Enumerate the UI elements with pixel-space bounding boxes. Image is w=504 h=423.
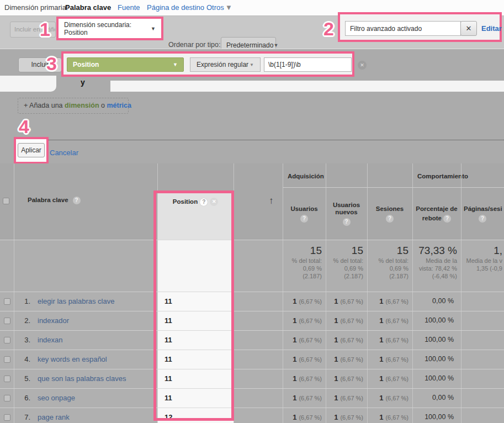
- row-index: 4.: [14, 350, 30, 369]
- row-checkbox[interactable]: [4, 337, 10, 343]
- new-users-summary: 15 % del total: 0,69 % (2.187): [326, 240, 367, 292]
- row-index: 7.: [14, 408, 30, 423]
- add-dimension-word: dimensión: [65, 102, 99, 109]
- users-percent: (6,67 %): [299, 298, 322, 305]
- row-checkbox[interactable]: [4, 376, 10, 382]
- sessions-total: 15: [367, 245, 408, 257]
- filter-pattern-input[interactable]: [264, 57, 352, 72]
- remove-filter-rule-icon[interactable]: ✕: [358, 61, 367, 70]
- users-value: 1: [293, 413, 296, 421]
- new-users-cell: 1(6,67 %): [326, 408, 367, 423]
- table-row: 4. key words en español 11 1(6,67 %) 1(6…: [0, 350, 504, 369]
- table-row: 5. que son las palabras claves 11 1(6,67…: [0, 369, 504, 388]
- help-icon[interactable]: ?: [73, 197, 81, 204]
- select-all-checkbox[interactable]: [3, 198, 9, 204]
- chevron-down-icon: ▼: [250, 62, 254, 67]
- bounce-rate-total-sub: Media de la: [412, 257, 457, 265]
- new-users-cell: 1(6,67 %): [326, 311, 367, 330]
- bounce-rate-cell: 100,00 %: [412, 369, 461, 388]
- cancel-link[interactable]: Cancelar: [50, 149, 78, 157]
- filter-status-field[interactable]: [345, 21, 461, 36]
- users-value: 1: [293, 316, 296, 325]
- add-dimension-metric-button[interactable]: + Añada una dimensión o métrica: [18, 98, 129, 114]
- edit-filter-link[interactable]: Editar: [481, 21, 502, 36]
- help-icon[interactable]: ?: [300, 215, 308, 223]
- bounce-rate-column-header[interactable]: Porcentaje derebote ?: [412, 188, 461, 240]
- new-users-cell: 1(6,67 %): [326, 388, 367, 408]
- users-summary: 15 % del total: 0,69 % (2.187): [283, 240, 326, 292]
- keyword-cell: 5. que son las palabras claves: [14, 369, 157, 388]
- help-icon[interactable]: ?: [443, 215, 451, 223]
- dimension-link-fuente[interactable]: Fuente: [118, 0, 140, 15]
- table-header: Palabra clave? Position?✕ ↑ Adquisición …: [0, 163, 504, 240]
- row-checkbox[interactable]: [4, 395, 10, 401]
- bounce-rate-cell: 100,00 %: [412, 311, 461, 330]
- annotation-box-2-advanced-filter: ✕ Editar: [338, 12, 502, 42]
- grid-line: [0, 388, 504, 389]
- add-button-prefix: + Añada una: [24, 102, 65, 109]
- keyword-link[interactable]: page rank: [38, 408, 70, 423]
- grid-line: [0, 330, 504, 331]
- new-users-value: 1: [334, 336, 338, 344]
- dimension-link-pagina-destino[interactable]: Página de destino: [147, 0, 204, 15]
- new-users-percent: (6,67 %): [340, 414, 363, 421]
- row-checkbox-cell: [0, 292, 14, 311]
- apply-button[interactable]: Aplicar: [18, 143, 45, 157]
- position-value-cell: 11: [157, 369, 234, 388]
- grid-line: [326, 163, 326, 423]
- grid-line: [0, 369, 504, 369]
- row-checkbox[interactable]: [4, 414, 10, 421]
- position-column-header[interactable]: Position?✕: [157, 191, 234, 240]
- sessions-total-sub: (2.187): [367, 272, 408, 280]
- row-checkbox[interactable]: [4, 318, 10, 324]
- keyword-cell: 1. elegir las palabras clave: [14, 292, 157, 311]
- filter-dimension-dropdown[interactable]: Position ▼: [67, 57, 184, 72]
- remove-column-icon[interactable]: ✕: [210, 198, 218, 206]
- keyword-link[interactable]: elegir las palabras clave: [38, 292, 114, 311]
- row-checkbox-cell: [0, 408, 14, 423]
- users-total-sub: % del total:: [283, 257, 322, 265]
- secondary-dimension-dropdown[interactable]: Dimensión secundaria: Position: [64, 21, 151, 36]
- dimension-link-otros[interactable]: Otros: [206, 0, 224, 15]
- position-value-cell: 11: [157, 388, 234, 408]
- keyword-link[interactable]: indexan: [38, 330, 63, 350]
- users-cell: 1(6,67 %): [283, 311, 326, 330]
- primary-dimension-selected[interactable]: Palabra clave: [65, 0, 111, 15]
- sessions-value: 1: [379, 394, 383, 402]
- row-checkbox[interactable]: [4, 298, 10, 305]
- new-users-value: 1: [334, 297, 338, 305]
- help-icon[interactable]: ?: [386, 215, 394, 223]
- help-icon[interactable]: ?: [200, 198, 208, 206]
- users-percent: (6,67 %): [299, 356, 322, 363]
- help-icon[interactable]: ?: [479, 215, 486, 223]
- annotation-badge-3: 3: [46, 53, 57, 75]
- clear-filter-button[interactable]: ✕: [460, 21, 477, 36]
- new-users-column-header[interactable]: Usuarios nuevos?: [326, 188, 367, 240]
- spacer-cell: [234, 369, 283, 388]
- pages-total-sub: 1,35 (-0,9: [461, 265, 502, 272]
- help-icon[interactable]: ?: [343, 218, 351, 226]
- row-checkbox[interactable]: [4, 356, 10, 363]
- chevron-down-icon: ▼: [225, 0, 232, 15]
- pages-per-session-cell: [461, 369, 504, 388]
- keyword-link[interactable]: key words en español: [38, 350, 107, 369]
- keyword-link[interactable]: indexador: [38, 311, 69, 330]
- keyword-link[interactable]: seo onpage: [38, 388, 75, 408]
- spacer-cell: [234, 292, 283, 311]
- pages-column-label: Páginas/sesi: [461, 205, 502, 213]
- bounce-rate-label-line1: Porcentaje de: [416, 205, 457, 213]
- pages-per-session-cell: [461, 292, 504, 311]
- sessions-column-header[interactable]: Sesiones?: [367, 188, 412, 240]
- keyword-link[interactable]: que son las palabras claves: [38, 369, 126, 388]
- new-users-column-label: Usuarios nuevos: [326, 202, 367, 216]
- sort-ascending-icon[interactable]: ↑: [269, 195, 274, 207]
- new-users-total-sub: (2.187): [326, 272, 363, 280]
- users-column-header[interactable]: Usuarios?: [283, 188, 326, 240]
- keyword-column-header[interactable]: Palabra clave?: [28, 197, 81, 204]
- grid-line: [234, 163, 234, 423]
- bounce-rate-cell: 100,00 %: [412, 350, 461, 369]
- spacer-cell: [234, 388, 283, 408]
- add-or-word: o: [99, 102, 107, 109]
- pages-per-session-column-header[interactable]: Páginas/sesi?: [461, 188, 504, 240]
- match-type-dropdown[interactable]: Expresión regular ▼: [190, 57, 261, 72]
